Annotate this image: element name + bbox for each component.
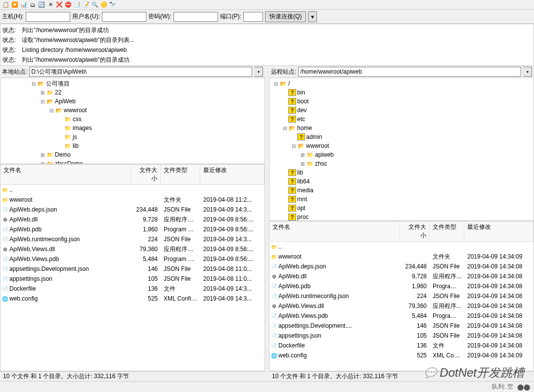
tree-item[interactable]: ⊞Demo <box>1 150 264 159</box>
file-size: 105 <box>131 275 161 282</box>
file-row[interactable]: 🌐web.config525XML Configu...2019-04-09 1… <box>0 294 265 304</box>
file-row[interactable]: 📄ApiWeb.Views.pdb5,484Program Deb...2019… <box>0 254 265 264</box>
tree-expander[interactable]: ⊞ <box>299 152 306 158</box>
tree-item[interactable]: ⊞22 <box>1 88 264 97</box>
file-size: 5,484 <box>400 312 430 319</box>
file-row[interactable]: 🌐web.config525XML Conf...2019-04-09 14:3… <box>269 350 534 360</box>
tree-expander[interactable]: ⊟ <box>30 81 37 87</box>
port-input[interactable] <box>243 12 263 22</box>
file-row[interactable]: 📄appsettings.json105JSON File2019-04-08 … <box>0 274 265 284</box>
unknown-folder-icon: ? <box>288 169 296 176</box>
toolbar-icon[interactable]: 🟡 <box>100 1 108 9</box>
file-row[interactable]: 📄ApiWeb.deps.json234,448JSON File2019-04… <box>269 261 534 271</box>
folder-icon <box>64 142 72 149</box>
tree-item[interactable]: ?proc <box>270 213 533 221</box>
tree-item[interactable]: ⊞zhsc <box>270 159 533 168</box>
toolbar-icon[interactable]: ✳ <box>46 1 54 9</box>
file-row[interactable]: ⚙ApiWeb.dll9,728应用程序...2019-04-09 14:34:… <box>269 271 534 281</box>
remote-tree[interactable]: ⊟/?bin?boot?dev?etc⊟home?admin⊟wwwroot⊞a… <box>269 78 534 221</box>
refresh-icon[interactable]: 🔄 <box>38 1 45 9</box>
toolbar-icon[interactable]: 📑 <box>73 1 81 9</box>
quick-connect-button[interactable]: 快速连接(Q) <box>265 11 306 22</box>
tree-item[interactable]: ⊟wwwroot <box>1 106 264 115</box>
tree-item[interactable]: ?media <box>270 186 533 195</box>
tree-label: zhscDemo <box>55 160 83 164</box>
local-file-header[interactable]: 文件名 文件大小 文件类型 最近修改 <box>0 165 265 185</box>
file-size: 136 <box>400 342 430 349</box>
file-row[interactable]: 📄appsettings.Development.json146JSON Fil… <box>0 264 265 274</box>
tree-expander[interactable]: ⊞ <box>39 152 46 158</box>
binoculars-icon[interactable]: 🔭 <box>109 1 117 9</box>
tree-item[interactable]: ?lib <box>270 168 533 177</box>
folder-open-icon <box>297 142 305 149</box>
tree-item[interactable]: js <box>1 132 264 141</box>
tree-item[interactable]: ?boot <box>270 97 533 106</box>
tree-item[interactable]: ?lib64 <box>270 177 533 186</box>
file-size: 9,728 <box>400 273 430 280</box>
tree-item[interactable]: ?etc <box>270 115 533 124</box>
tree-item[interactable]: images <box>1 124 264 132</box>
file-row[interactable]: 📄Dockerfile136文件2019-04-09 14:34:08 <box>269 341 534 350</box>
tree-item[interactable]: ?admin <box>270 132 533 141</box>
file-row[interactable]: 📄ApiWeb.runtimeconfig.json224JSON File20… <box>269 291 534 301</box>
tree-expander[interactable]: ⊞ <box>299 161 306 167</box>
file-row[interactable]: 📄ApiWeb.Views.pdb5,484Program ...2019-04… <box>269 311 534 321</box>
tree-item[interactable]: ⊞zhscDemo <box>1 159 264 164</box>
remote-path-input[interactable] <box>298 67 521 77</box>
file-row[interactable]: 📁.. <box>269 242 534 252</box>
search-icon[interactable]: 🔍 <box>91 1 99 9</box>
tree-item[interactable]: ⊟ApiWeb <box>1 97 264 106</box>
tree-expander[interactable]: ⊟ <box>281 126 288 131</box>
password-input[interactable] <box>174 12 218 22</box>
remote-path-dropdown[interactable]: ▾ <box>523 67 532 77</box>
file-type: 文件夹 <box>430 253 464 261</box>
file-row[interactable]: 📁.. <box>0 185 265 195</box>
tree-item[interactable]: ?mnt <box>270 195 533 204</box>
tree-item[interactable]: ⊟公司项目 <box>1 79 264 88</box>
file-row[interactable]: 📁wwwroot文件夹2019-04-09 14:34:09 <box>269 252 534 261</box>
tree-item[interactable]: lib <box>1 141 264 150</box>
tree-expander[interactable]: ⊟ <box>39 99 46 104</box>
quick-connect-dropdown[interactable]: ▾ <box>308 11 317 22</box>
user-input[interactable] <box>102 12 146 22</box>
file-type: XML Conf... <box>430 352 464 359</box>
tree-item[interactable]: ?dev <box>270 106 533 115</box>
file-row[interactable]: 📄ApiWeb.pdb1,960Program ...2019-04-09 14… <box>269 281 534 291</box>
file-row[interactable]: 📄ApiWeb.pdb1,960Program Deb...2019-04-09… <box>0 224 265 234</box>
tree-item[interactable]: ?bin <box>270 88 533 97</box>
toolbar-icon[interactable]: ❌ <box>55 1 63 9</box>
tree-expander[interactable]: ⊞ <box>39 90 46 95</box>
tree-item[interactable]: ?opt <box>270 204 533 213</box>
file-row[interactable]: ⚙ApiWeb.Views.dll79,360应用程序...2019-04-09… <box>269 301 534 311</box>
toolbar-icon[interactable]: 📋 <box>2 1 10 9</box>
tree-expander[interactable]: ⊟ <box>290 143 297 149</box>
file-row[interactable]: 📄appsettings.Development....146JSON File… <box>269 321 534 331</box>
tree-item[interactable]: ⊟/ <box>270 79 533 88</box>
host-input[interactable] <box>26 12 70 22</box>
toolbar-icon[interactable]: 🗂 <box>29 1 37 9</box>
unknown-folder-icon: ? <box>288 187 296 194</box>
file-type: JSON File <box>161 275 200 282</box>
file-row[interactable]: 📄ApiWeb.runtimeconfig.json224JSON File20… <box>0 234 265 244</box>
file-row[interactable]: 📄Dockerfile136文件2019-04-09 14:3... <box>0 284 265 294</box>
tree-item[interactable]: ⊟wwwroot <box>270 141 533 150</box>
file-row[interactable]: 📄ApiWeb.deps.json234,448JSON File2019-04… <box>0 205 265 215</box>
local-path-dropdown[interactable]: ▾ <box>254 67 263 77</box>
tree-item[interactable]: ⊟home <box>270 124 533 132</box>
local-tree[interactable]: ⊟公司项目⊞22⊟ApiWeb⊟wwwrootcssimagesjslib⊞De… <box>0 78 265 164</box>
tree-item[interactable]: css <box>1 115 264 124</box>
tree-expander[interactable]: ⊟ <box>48 108 55 113</box>
file-row[interactable]: 📁wwwroot文件夹2019-04-08 11:2... <box>0 195 265 205</box>
tree-expander[interactable]: ⊟ <box>272 81 279 87</box>
split-handle[interactable] <box>266 66 268 381</box>
toolbar-icon[interactable]: 📝 <box>82 1 90 9</box>
file-row[interactable]: 📄appsettings.json105JSON File2019-04-09 … <box>269 331 534 341</box>
toolbar-icon[interactable]: 🔽 <box>11 1 19 9</box>
file-row[interactable]: ⚙ApiWeb.Views.dll79,360应用程序扩展2019-04-09 … <box>0 244 265 254</box>
remote-file-header[interactable]: 文件名 文件大小 文件类型 最近修改 <box>269 221 534 242</box>
toolbar-icon[interactable]: 📊 <box>20 1 28 9</box>
file-row[interactable]: ⚙ApiWeb.dll9,728应用程序扩展2019-04-09 8:56:..… <box>0 215 265 224</box>
local-path-input[interactable] <box>29 67 252 77</box>
tree-item[interactable]: ⊞apiweb <box>270 150 533 159</box>
toolbar-icon[interactable]: ⛔ <box>64 1 72 9</box>
